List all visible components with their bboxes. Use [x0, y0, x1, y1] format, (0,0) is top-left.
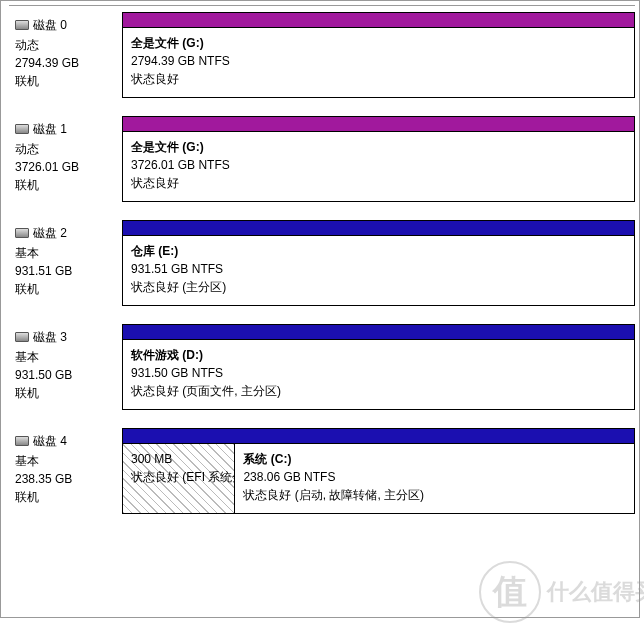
disk-info[interactable]: 磁盘 4 基本 238.35 GB 联机	[9, 428, 122, 514]
disks-container: 磁盘 0 动态 2794.39 GB 联机 全是文件 (G:)2794.39 G…	[9, 12, 635, 514]
partition[interactable]: 全是文件 (G:)2794.39 GB NTFS状态良好	[123, 28, 634, 97]
partitions: 软件游戏 (D:)931.50 GB NTFS状态良好 (页面文件, 主分区)	[122, 340, 635, 410]
disk-icon	[15, 228, 29, 238]
disk-graphic: 仓库 (E:)931.51 GB NTFS状态良好 (主分区)	[122, 220, 635, 306]
disk-row[interactable]: 磁盘 3 基本 931.50 GB 联机 软件游戏 (D:)931.50 GB …	[9, 324, 635, 410]
partitions: 300 MB状态良好 (EFI 系统分系统 (C:)238.06 GB NTFS…	[122, 444, 635, 514]
disk-header-bar[interactable]	[122, 12, 635, 28]
partition-size: 931.50 GB NTFS	[131, 364, 626, 382]
partition[interactable]: 系统 (C:)238.06 GB NTFS状态良好 (启动, 故障转储, 主分区…	[235, 444, 634, 513]
partition[interactable]: 全是文件 (G:)3726.01 GB NTFS状态良好	[123, 132, 634, 201]
disk-name: 磁盘 1	[33, 120, 67, 138]
disk-icon	[15, 20, 29, 30]
watermark-text: 什么值得买	[547, 577, 644, 607]
disk-name: 磁盘 2	[33, 224, 67, 242]
partitions: 仓库 (E:)931.51 GB NTFS状态良好 (主分区)	[122, 236, 635, 306]
disk-info[interactable]: 磁盘 3 基本 931.50 GB 联机	[9, 324, 122, 410]
disk-status: 联机	[15, 488, 118, 506]
partition[interactable]: 300 MB状态良好 (EFI 系统分	[123, 444, 235, 513]
disk-type: 基本	[15, 348, 118, 366]
disk-graphic: 300 MB状态良好 (EFI 系统分系统 (C:)238.06 GB NTFS…	[122, 428, 635, 514]
disk-icon	[15, 436, 29, 446]
disk-info[interactable]: 磁盘 2 基本 931.51 GB 联机	[9, 220, 122, 306]
disk-icon	[15, 332, 29, 342]
disk-status: 联机	[15, 384, 118, 402]
disk-header-bar[interactable]	[122, 324, 635, 340]
partitions: 全是文件 (G:)2794.39 GB NTFS状态良好	[122, 28, 635, 98]
partition-size: 238.06 GB NTFS	[243, 468, 626, 486]
disk-row[interactable]: 磁盘 2 基本 931.51 GB 联机 仓库 (E:)931.51 GB NT…	[9, 220, 635, 306]
watermark-badge: 值	[479, 561, 541, 623]
disk-status: 联机	[15, 280, 118, 298]
disk-graphic: 全是文件 (G:)3726.01 GB NTFS状态良好	[122, 116, 635, 202]
partition-size: 2794.39 GB NTFS	[131, 52, 626, 70]
disk-header-bar[interactable]	[122, 116, 635, 132]
disk-graphic: 全是文件 (G:)2794.39 GB NTFS状态良好	[122, 12, 635, 98]
disk-row[interactable]: 磁盘 0 动态 2794.39 GB 联机 全是文件 (G:)2794.39 G…	[9, 12, 635, 98]
panel-divider	[9, 5, 635, 6]
disk-size: 931.51 GB	[15, 262, 118, 280]
disk-type: 基本	[15, 244, 118, 262]
partition-size: 300 MB	[131, 450, 226, 468]
disk-status: 联机	[15, 72, 118, 90]
disk-header-bar[interactable]	[122, 220, 635, 236]
disk-row[interactable]: 磁盘 1 动态 3726.01 GB 联机 全是文件 (G:)3726.01 G…	[9, 116, 635, 202]
disk-name: 磁盘 4	[33, 432, 67, 450]
partition-status: 状态良好 (主分区)	[131, 278, 626, 296]
disk-size: 3726.01 GB	[15, 158, 118, 176]
partition-name: 全是文件 (G:)	[131, 138, 626, 156]
partition-size: 3726.01 GB NTFS	[131, 156, 626, 174]
watermark: 值 什么值得买	[479, 561, 644, 623]
partition-name: 软件游戏 (D:)	[131, 346, 626, 364]
disk-icon	[15, 124, 29, 134]
partitions: 全是文件 (G:)3726.01 GB NTFS状态良好	[122, 132, 635, 202]
partition-status: 状态良好 (EFI 系统分	[131, 468, 226, 486]
disk-status: 联机	[15, 176, 118, 194]
disk-type: 动态	[15, 140, 118, 158]
partition[interactable]: 软件游戏 (D:)931.50 GB NTFS状态良好 (页面文件, 主分区)	[123, 340, 634, 409]
partition-name: 系统 (C:)	[243, 450, 626, 468]
disk-graphic: 软件游戏 (D:)931.50 GB NTFS状态良好 (页面文件, 主分区)	[122, 324, 635, 410]
disk-header-bar[interactable]	[122, 428, 635, 444]
disk-info[interactable]: 磁盘 0 动态 2794.39 GB 联机	[9, 12, 122, 98]
partition-status: 状态良好 (页面文件, 主分区)	[131, 382, 626, 400]
disk-management-panel: 磁盘 0 动态 2794.39 GB 联机 全是文件 (G:)2794.39 G…	[0, 0, 640, 618]
partition-status: 状态良好	[131, 70, 626, 88]
disk-type: 基本	[15, 452, 118, 470]
partition-status: 状态良好 (启动, 故障转储, 主分区)	[243, 486, 626, 504]
disk-size: 2794.39 GB	[15, 54, 118, 72]
partition-name: 仓库 (E:)	[131, 242, 626, 260]
partition[interactable]: 仓库 (E:)931.51 GB NTFS状态良好 (主分区)	[123, 236, 634, 305]
disk-size: 931.50 GB	[15, 366, 118, 384]
partition-size: 931.51 GB NTFS	[131, 260, 626, 278]
disk-name: 磁盘 0	[33, 16, 67, 34]
disk-info[interactable]: 磁盘 1 动态 3726.01 GB 联机	[9, 116, 122, 202]
disk-type: 动态	[15, 36, 118, 54]
disk-name: 磁盘 3	[33, 328, 67, 346]
partition-name: 全是文件 (G:)	[131, 34, 626, 52]
disk-row[interactable]: 磁盘 4 基本 238.35 GB 联机 300 MB状态良好 (EFI 系统分…	[9, 428, 635, 514]
disk-size: 238.35 GB	[15, 470, 118, 488]
partition-status: 状态良好	[131, 174, 626, 192]
